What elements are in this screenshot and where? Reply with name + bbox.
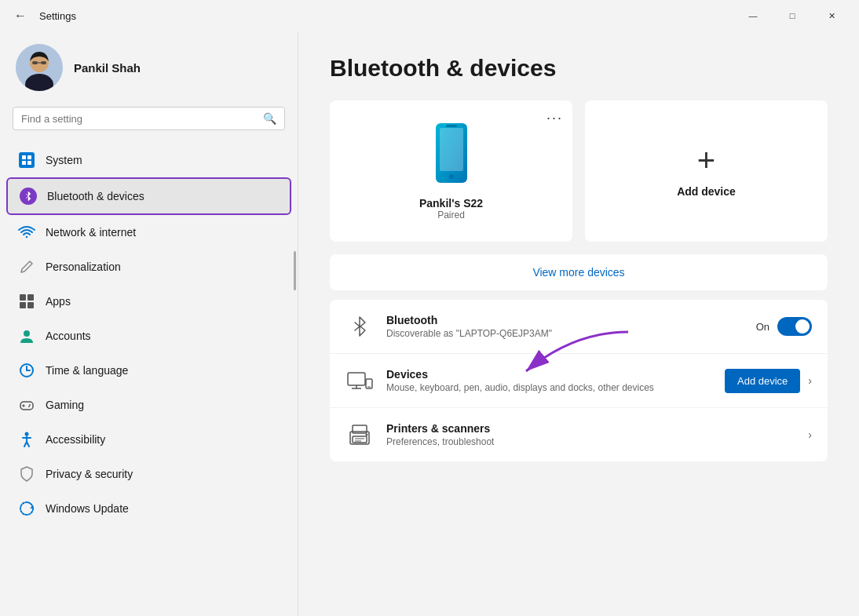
sidebar-item-time-label: Time & language xyxy=(46,364,128,377)
apps-icon xyxy=(17,292,36,311)
sidebar-item-time[interactable]: Time & language xyxy=(6,353,291,388)
nav-list: System Bluetooth & devices xyxy=(0,143,298,526)
devices-grid: ··· xyxy=(330,100,828,242)
sidebar-item-personalization-label: Personalization xyxy=(46,261,121,273)
svg-point-32 xyxy=(449,174,454,179)
sidebar-item-accessibility[interactable]: Accessibility xyxy=(6,422,291,457)
accessibility-icon xyxy=(17,430,36,449)
user-profile: Pankil Shah xyxy=(0,31,298,107)
svg-rect-31 xyxy=(446,125,457,127)
printers-row[interactable]: Printers & scanners Preferences, trouble… xyxy=(330,408,828,461)
time-icon xyxy=(17,361,36,380)
svg-rect-30 xyxy=(440,128,463,171)
sidebar-item-accounts[interactable]: Accounts xyxy=(6,319,291,353)
svg-rect-7 xyxy=(27,155,31,159)
printers-chevron: › xyxy=(808,428,812,441)
minimize-button[interactable]: — xyxy=(735,3,771,28)
sidebar-item-gaming-label: Gaming xyxy=(46,399,84,411)
devices-title-text: Devices xyxy=(386,368,428,381)
sidebar-item-bluetooth-label: Bluetooth & devices xyxy=(47,190,144,202)
add-icon: + xyxy=(697,144,715,176)
view-more-row[interactable]: View more devices xyxy=(330,254,828,290)
sidebar-item-bluetooth[interactable]: Bluetooth & devices xyxy=(6,177,291,215)
add-device-button[interactable]: Add device xyxy=(725,369,800,393)
sidebar-item-personalization[interactable]: Personalization xyxy=(6,250,291,284)
sidebar-item-apps-label: Apps xyxy=(46,295,71,308)
device-more-button[interactable]: ··· xyxy=(546,110,563,126)
bluetooth-row[interactable]: Bluetooth Discoverable as "LAPTOP-Q6EJP3… xyxy=(330,300,828,354)
printers-row-icon xyxy=(345,421,374,449)
svg-point-22 xyxy=(28,406,30,407)
devices-title: Devices xyxy=(386,368,712,381)
svg-rect-10 xyxy=(20,294,26,301)
user-name: Pankil Shah xyxy=(74,61,141,75)
devices-row-right: Add device › xyxy=(725,369,812,393)
phone-icon xyxy=(432,122,471,188)
sidebar-item-network-label: Network & internet xyxy=(46,226,136,239)
svg-rect-41 xyxy=(353,436,367,443)
search-icon: 🔍 xyxy=(263,112,276,125)
sidebar-item-system-label: System xyxy=(46,154,82,166)
back-button[interactable]: ← xyxy=(9,5,31,26)
bluetooth-toggle-label: On xyxy=(756,321,769,333)
svg-rect-11 xyxy=(27,294,34,301)
system-icon xyxy=(17,151,36,169)
devices-subtitle: Mouse, keyboard, pen, audio, displays an… xyxy=(386,382,712,393)
network-icon xyxy=(17,223,36,242)
add-device-card[interactable]: + Add device xyxy=(585,100,828,242)
svg-point-44 xyxy=(366,434,368,436)
svg-rect-13 xyxy=(27,302,34,308)
sidebar-item-system[interactable]: System xyxy=(6,143,291,177)
sidebar-item-update-label: Windows Update xyxy=(46,502,129,515)
sidebar-item-apps[interactable]: Apps xyxy=(6,284,291,319)
avatar xyxy=(16,44,63,91)
bluetooth-icon xyxy=(19,187,38,206)
gaming-icon xyxy=(17,395,36,414)
svg-rect-3 xyxy=(32,61,38,64)
svg-point-14 xyxy=(24,330,30,337)
svg-point-21 xyxy=(29,404,31,406)
close-button[interactable]: ✕ xyxy=(813,3,850,28)
device-name: Pankil's S22 xyxy=(419,197,483,210)
svg-rect-9 xyxy=(27,161,31,165)
main-content: Bluetooth & devices ··· xyxy=(298,31,859,616)
bluetooth-row-text: Bluetooth Discoverable as "LAPTOP-Q6EJP3… xyxy=(386,314,744,339)
bluetooth-toggle[interactable] xyxy=(777,317,812,336)
app-body: Pankil Shah 🔍 System xyxy=(0,31,859,616)
add-device-label: Add device xyxy=(677,185,736,198)
svg-rect-6 xyxy=(22,155,26,159)
bluetooth-title: Bluetooth xyxy=(386,314,744,326)
sidebar-item-privacy[interactable]: Privacy & security xyxy=(6,457,291,491)
sidebar-item-network[interactable]: Network & internet xyxy=(6,215,291,250)
svg-rect-8 xyxy=(22,161,26,165)
svg-line-27 xyxy=(27,442,29,447)
sidebar-item-accounts-label: Accounts xyxy=(46,330,91,342)
paired-device-card[interactable]: ··· xyxy=(330,100,572,242)
devices-row-text: Devices Mouse, keyboard, pen, audio, dis… xyxy=(386,368,712,393)
printers-row-right: › xyxy=(808,428,812,441)
sidebar-item-privacy-label: Privacy & security xyxy=(46,468,133,480)
printers-title: Printers & scanners xyxy=(386,422,795,435)
search-box[interactable]: 🔍 xyxy=(13,107,285,130)
svg-point-23 xyxy=(25,432,29,436)
device-status: Paired xyxy=(437,210,465,221)
maximize-button[interactable]: □ xyxy=(774,3,810,28)
view-more-link[interactable]: View more devices xyxy=(532,266,624,279)
printers-subtitle: Preferences, troubleshoot xyxy=(386,436,795,447)
bluetooth-row-icon xyxy=(345,312,374,341)
sidebar-item-gaming[interactable]: Gaming xyxy=(6,388,291,422)
svg-rect-33 xyxy=(348,373,365,385)
scroll-indicator xyxy=(294,251,296,290)
title-bar: ← Settings — □ ✕ xyxy=(0,0,859,31)
devices-row[interactable]: Devices Mouse, keyboard, pen, audio, dis… xyxy=(330,354,828,408)
sidebar: Pankil Shah 🔍 System xyxy=(0,31,298,616)
search-input[interactable] xyxy=(21,113,257,125)
update-icon xyxy=(17,499,36,518)
bluetooth-subtitle: Discoverable as "LAPTOP-Q6EJP3AM" xyxy=(386,328,744,339)
devices-chevron: › xyxy=(808,374,812,387)
svg-rect-12 xyxy=(20,302,26,308)
personalization-icon xyxy=(17,257,36,276)
settings-card: Bluetooth Discoverable as "LAPTOP-Q6EJP3… xyxy=(330,300,828,461)
app-title: Settings xyxy=(39,10,76,22)
sidebar-item-update[interactable]: Windows Update xyxy=(6,491,291,526)
